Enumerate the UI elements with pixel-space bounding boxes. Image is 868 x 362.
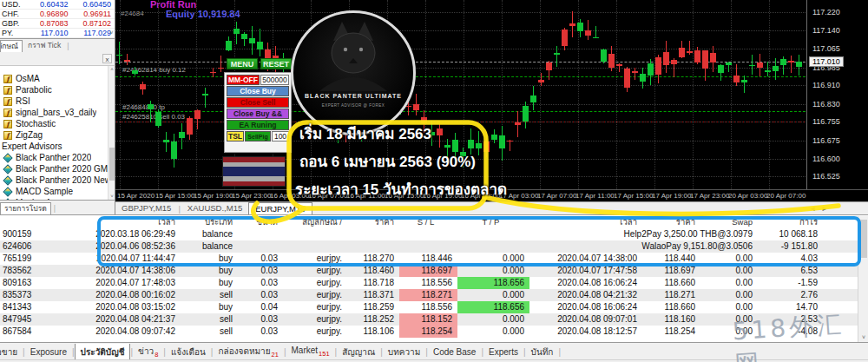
terminal-tab-tab-4[interactable]: แจ้งเตือน [166,344,211,359]
navigator-item-rsi[interactable]: ƒRSI [0,95,115,107]
market-watch-row[interactable]: USD.0.604320.60450 [0,0,115,10]
close-time-cell: 2020.04.08 18:12:57 [529,326,642,338]
navigator-item-osma[interactable]: ƒOsMA [0,73,115,84]
terminal-tab-tab-2[interactable]: ประวัติบัญชี [75,344,131,359]
navigator-item-signal-bars-v3-daily[interactable]: ƒsignal_bars_v3_daily [0,107,115,118]
scroll-down-icon[interactable]: ˅ [108,194,115,199]
navigator-item-zigzag[interactable]: ƒZigZag [0,129,115,141]
profit-cell: -4.08 [758,326,823,338]
terminal-tab-market[interactable]: Market151 [286,344,335,359]
grid-line [115,176,806,177]
stop-loss-cell: 118.152 [399,313,457,326]
time-tick-label: 17 Apr 07:00 [537,192,576,200]
column-header[interactable]: T / P [457,215,529,228]
scroll-thumb[interactable] [109,148,115,181]
navigator-item-label: MACD Sample [16,186,73,197]
ask-price: 0.87102 [72,19,115,28]
column-header[interactable]: เวลา [529,215,642,228]
column-header[interactable]: กำไร [758,215,823,228]
close-icon[interactable]: x [102,54,112,63]
column-header[interactable]: Swap [700,215,758,228]
grid-line [115,159,806,160]
terminal-tab-tab-11[interactable]: บันทึก [526,344,559,359]
tab-scroll-arrows-icon[interactable]: ◄► [809,205,833,213]
close-buy-sell-button[interactable]: Close Buy && Sell [227,109,289,119]
ticket-cell: 841343 [0,301,42,313]
tab-symbols[interactable]: สัญลักษณ์ [0,40,23,52]
navigator-item-black-panther-2020-newlogo[interactable]: Black Panther 2020 Newlogo [0,174,115,186]
tsl-button[interactable]: TSL [227,131,244,142]
mm-value-input[interactable]: 500000 [260,75,289,85]
history-row[interactable]: 8479452020.04.08 04:21:37sell0.03eurjpy.… [0,313,868,326]
scroll-thumb[interactable] [860,220,867,258]
market-watch-scroll-down-icon[interactable]: ˅ [108,30,115,38]
market-watch-row[interactable]: GBP.0.870830.87102 [0,19,115,29]
market-watch-row[interactable]: CHF.0.968900.96911 [0,10,115,19]
close-sell-button[interactable]: Close Sell [227,97,289,108]
scroll-down-icon[interactable]: ˅ [858,334,868,340]
ea-menu-button[interactable]: MENU [227,58,258,69]
column-header[interactable]: ราคา [642,215,700,228]
tsl-value-input[interactable]: 100 [272,131,289,142]
terminal-tab-tab-0[interactable]: ซื้อขาย [0,344,23,359]
column-header[interactable] [0,215,42,228]
tab-tick-chart[interactable]: กราฟ Tick [24,40,64,52]
close-price-cell: 118.660 [642,277,700,289]
history-row[interactable]: 8413432020.04.08 03:15:02buy0.04eurjpy.1… [0,301,868,313]
history-row[interactable]: 6246062020.04.06 08:52:36balanceWalaoPay… [0,240,868,253]
history-row[interactable]: 9001592020.03.18 06:29:49balanceHelp2Pay… [0,228,868,240]
size-cell: 0.03 [238,313,283,326]
navigator-item-black-panther-2020-gmi[interactable]: Black Panther 2020 GMI [0,163,115,174]
size-cell: 0.03 [238,326,283,338]
mm-off-button[interactable]: MM-OFF [227,75,260,85]
navigator-item-label: OsMA [16,73,40,84]
scroll-up-icon[interactable]: ˄ [108,67,115,72]
navigator-item-macd-sample[interactable]: MACD Sample [0,186,115,197]
open-time-cell: 2020.04.08 03:15:02 [42,301,181,313]
column-header[interactable]: สัญลักษณ์ / [283,215,347,228]
history-row[interactable]: 8091632020.04.07 17:48:03buy0.03eurjpy.1… [0,277,868,289]
terminal-tab-exposure[interactable]: Exposure [25,346,72,359]
market-watch-row[interactable]: PY.117.010117.029 [0,29,115,38]
tab-favorites[interactable]: รายการโปรด [0,202,51,214]
history-row[interactable]: 7651992020.04.07 11:44:47buy0.03eurjpy.1… [0,253,868,265]
history-row[interactable]: 8353732020.04.08 00:16:02sell0.03eurjpy.… [0,289,868,301]
column-header[interactable]: ราคา [347,215,399,228]
stop-loss-cell: 118.556 [399,301,457,313]
column-header[interactable]: S / L [399,215,457,228]
terminal-tab-tab-3[interactable]: ข่าว8 [133,344,163,359]
navigator-scrollbar[interactable]: ˄ ˅ [108,66,115,200]
ea-running-button[interactable]: EA Runing [227,120,289,130]
navigator-item-label: signal_bars_v3_daily [16,107,96,118]
chart-eurjpy-m15[interactable]: #24684 Profit Run Equity 10,919.84 #2436… [115,0,868,201]
tab-label: แจ้งเตือน [171,347,206,357]
column-header[interactable]: ขนาด [238,215,283,228]
terminal-tab-code-base[interactable]: Code Base [428,346,481,359]
terminal-tab-tab-8[interactable]: บทความ [383,344,425,359]
terminal-tab-tab-5[interactable]: กล่องจดหมาย21 [213,344,283,359]
terminal-tab-experts[interactable]: Experts [483,346,523,359]
table-scrollbar[interactable]: ˅ [858,216,868,342]
cell [238,228,283,240]
column-header[interactable]: เวลา [42,215,181,228]
ticket-cell: 783562 [0,265,42,277]
chart-tab-gbpjpy-m15[interactable]: GBPJPY,M15 [115,202,177,214]
tsl-mode-button[interactable]: SellPig [245,131,271,142]
terminal-tab-tab-7[interactable]: สัญญาณ [337,344,380,359]
history-row[interactable]: 7835622020.04.07 14:38:06buy0.03eurjpy.1… [0,265,868,277]
history-row[interactable]: 8675842020.04.08 09:07:42sell0.03eurjpy.… [0,326,868,338]
chart-plot-area[interactable]: #24684 Profit Run Equity 10,919.84 #2436… [115,0,806,189]
close-buy-button[interactable]: Close Buy [227,86,289,96]
expert-advisor-icon [3,153,12,162]
ea-reset-button[interactable]: RESET [260,58,292,69]
column-header[interactable]: ประเภท [181,215,238,228]
grid-line [158,0,159,189]
chart-tab-eurjpy-m15[interactable]: EURJPY,M15 [248,202,312,214]
navigator-item-stochastic[interactable]: ƒStochastic [0,118,115,129]
chart-tab-xauusd-m15[interactable]: XAUUSD.,M15 [181,202,248,214]
navigator-item-black-panther-2020[interactable]: Black Panther 2020 [0,152,115,163]
time-axis[interactable]: 15 Apr 202015 Apr 15:0015 Apr 19:0015 Ap… [115,189,868,201]
price-axis[interactable]: 117.220117.140117.065116.985116.910116.8… [806,0,868,189]
navigator-item-parabolic[interactable]: ƒParabolic [0,84,115,95]
close-time-cell: 2020.04.07 17:47:58 [529,265,642,277]
